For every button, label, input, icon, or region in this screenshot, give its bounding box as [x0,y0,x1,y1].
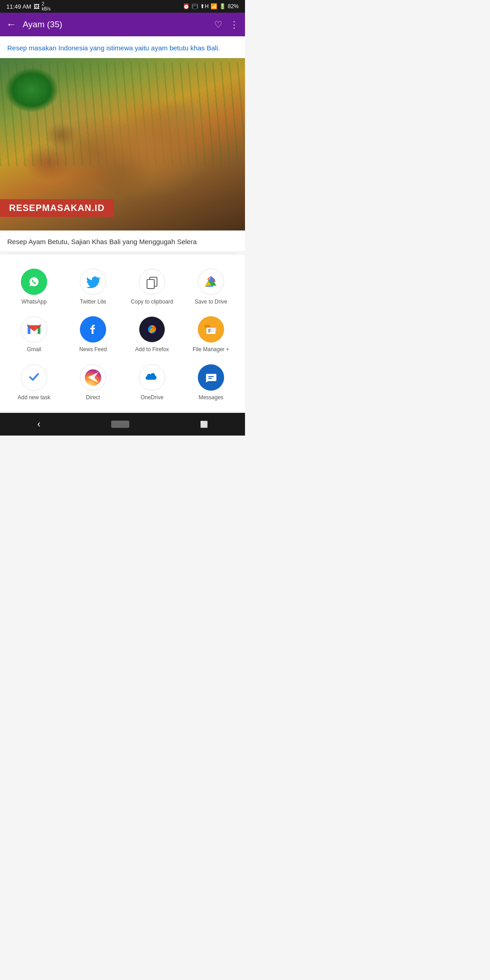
filemanager-icon: F [198,316,224,343]
status-image-icon: 🖼 [34,3,39,10]
firefox-label: Add to Firefox [135,346,169,353]
article-intro: Resep masakan Indonesia yang istimewa ya… [0,36,245,58]
onedrive-icon [139,364,165,391]
share-item-facebook[interactable]: News Feed [64,311,122,359]
share-item-copy[interactable]: Copy to clipboard [122,263,181,311]
favorite-button[interactable]: ♡ [214,19,222,30]
status-data: 2kB/s [42,1,50,11]
status-battery-icon: 🔋 [219,3,226,10]
app-bar: ← Ayam (35) ♡ ⋮ [0,13,245,36]
share-item-gmail[interactable]: Gmail [5,311,64,359]
status-bar: 11:49 AM 🖼 2kB/s ⏰ 📳 ⬆H 📶 🔋 82% [0,0,245,13]
share-item-firefox[interactable]: Add to Firefox [122,311,181,359]
messages-label: Messages [199,394,224,402]
whatsapp-icon [21,269,47,295]
recents-button[interactable]: ⬜ [196,417,211,431]
share-item-direct[interactable]: Direct [64,359,122,407]
svg-rect-18 [205,325,209,327]
share-item-messages[interactable]: Messages [181,359,240,407]
onedrive-label: OneDrive [141,394,164,402]
twitter-icon [80,269,106,295]
status-signal-icon: 📶 [211,3,217,10]
watermark-text: RESEPMASAKAN.ID [0,199,114,217]
svg-text:F: F [208,328,211,333]
facebook-icon [80,316,106,343]
article-caption: Resep Ayam Betutu, Sajian Khas Bali yang… [0,230,245,251]
copy-icon [139,269,165,295]
status-time: 11:49 AM [6,3,31,10]
status-network-icon: ⬆H [200,3,209,10]
svg-rect-26 [208,376,214,377]
drive-icon [198,269,224,295]
svg-rect-20 [211,329,216,330]
share-item-filemanager[interactable]: F File Manager + [181,311,240,359]
drive-label: Save to Drive [195,299,227,306]
page-title: Ayam (35) [23,20,214,29]
food-image: RESEPMASAKAN.ID [0,58,245,230]
facebook-label: News Feed [79,346,107,353]
direct-icon [80,364,106,391]
share-item-onedrive[interactable]: OneDrive [122,359,181,407]
tasks-label: Add new task [18,394,50,402]
svg-rect-2 [147,279,154,289]
svg-rect-19 [211,328,216,328]
more-options-button[interactable]: ⋮ [230,19,239,30]
share-sheet: WhatsApp Twitter Lite Copy to clipboard [0,255,245,412]
direct-label: Direct [86,394,100,402]
divider [7,253,238,253]
tasks-icon [21,364,47,391]
copy-label: Copy to clipboard [131,299,173,306]
navigation-bar: ‹ ⬜ [0,413,245,436]
share-item-twitter[interactable]: Twitter Lite [64,263,122,311]
share-item-drive[interactable]: Save to Drive [181,263,240,311]
filemanager-label: File Manager + [193,346,229,353]
status-vibrate-icon: 📳 [191,3,198,10]
svg-rect-27 [208,378,212,379]
content-area: Resep masakan Indonesia yang istimewa ya… [0,36,245,251]
twitter-label: Twitter Lite [80,299,106,306]
back-nav-button[interactable]: ‹ [34,415,44,434]
firefox-icon [139,316,165,343]
share-item-whatsapp[interactable]: WhatsApp [5,263,64,311]
share-item-tasks[interactable]: Add new task [5,359,64,407]
share-grid: WhatsApp Twitter Lite Copy to clipboard [0,259,245,412]
back-button[interactable]: ← [6,19,16,30]
gmail-icon [21,316,47,343]
whatsapp-label: WhatsApp [21,299,46,306]
status-alarm-icon: ⏰ [183,3,190,10]
gmail-label: Gmail [27,346,41,353]
home-pill[interactable] [111,421,129,428]
status-battery-pct: 82% [228,3,239,10]
svg-rect-21 [211,331,215,332]
messages-icon [198,364,224,391]
